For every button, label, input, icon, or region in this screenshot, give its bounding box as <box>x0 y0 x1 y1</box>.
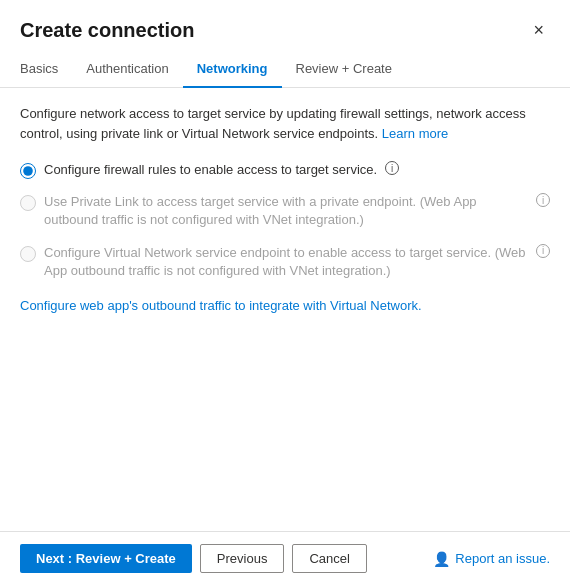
vnet-link-container: Configure web app's outbound traffic to … <box>20 298 550 313</box>
radio-label-1: Configure firewall rules to enable acces… <box>44 161 377 179</box>
dialog-title: Create connection <box>20 19 194 42</box>
report-issue-link[interactable]: 👤 Report an issue. <box>433 551 550 567</box>
dialog-header: Create connection × <box>0 0 570 53</box>
radio-row-2: Use Private Link to access target servic… <box>20 193 550 229</box>
radio-input-2 <box>20 195 36 211</box>
dialog-footer: Next : Review + Create Previous Cancel 👤… <box>0 531 570 585</box>
previous-button[interactable]: Previous <box>200 544 285 573</box>
next-button[interactable]: Next : Review + Create <box>20 544 192 573</box>
tab-basics[interactable]: Basics <box>20 53 72 88</box>
report-issue-label: Report an issue. <box>455 551 550 566</box>
create-connection-dialog: Create connection × BasicsAuthentication… <box>0 0 570 585</box>
radio-row-3: Configure Virtual Network service endpoi… <box>20 244 550 280</box>
radio-label-2: Use Private Link to access target servic… <box>44 193 528 229</box>
learn-more-link[interactable]: Learn more <box>382 126 448 141</box>
report-icon: 👤 <box>433 551 450 567</box>
radio-item-3: Configure Virtual Network service endpoi… <box>20 244 550 280</box>
tab-authentication[interactable]: Authentication <box>72 53 182 88</box>
radio-input-3 <box>20 246 36 262</box>
tab-networking[interactable]: Networking <box>183 53 282 88</box>
cancel-button[interactable]: Cancel <box>292 544 366 573</box>
radio-label-3: Configure Virtual Network service endpoi… <box>44 244 528 280</box>
vnet-configure-link[interactable]: Configure web app's outbound traffic to … <box>20 298 422 313</box>
tab-bar: BasicsAuthenticationNetworkingReview + C… <box>0 53 570 88</box>
radio-item-2: Use Private Link to access target servic… <box>20 193 550 229</box>
info-icon-3[interactable]: i <box>536 244 550 258</box>
info-icon-1[interactable]: i <box>385 161 399 175</box>
close-button[interactable]: × <box>527 18 550 43</box>
radio-item-1: Configure firewall rules to enable acces… <box>20 161 550 179</box>
radio-row-1: Configure firewall rules to enable acces… <box>20 161 550 179</box>
description-text: Configure network access to target servi… <box>20 104 550 143</box>
networking-options: Configure firewall rules to enable acces… <box>20 161 550 280</box>
main-content: Configure network access to target servi… <box>0 88 570 531</box>
radio-input-1[interactable] <box>20 163 36 179</box>
info-icon-2[interactable]: i <box>536 193 550 207</box>
tab-review--create[interactable]: Review + Create <box>282 53 406 88</box>
